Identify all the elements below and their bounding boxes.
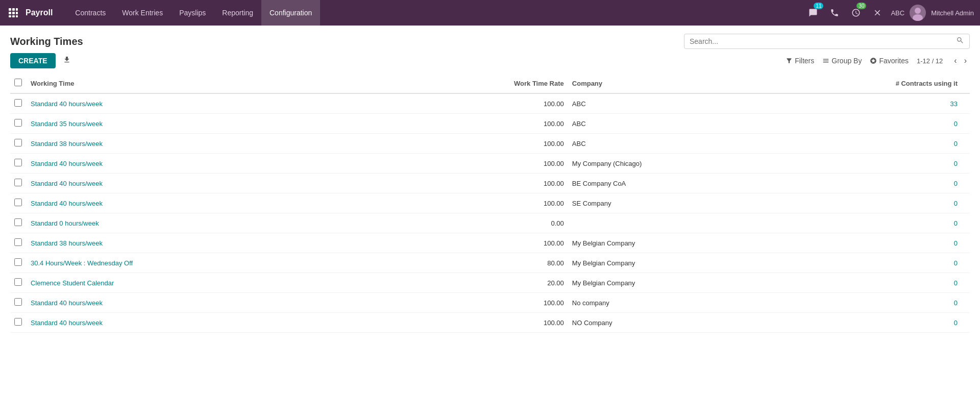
row-contracts: 0 — [888, 193, 970, 213]
table-row[interactable]: Standard 0 hours/week 0.00 0 — [10, 213, 970, 233]
row-checkbox-cell[interactable] — [10, 213, 27, 233]
messages-icon-btn[interactable]: 11 — [805, 5, 821, 21]
table-row[interactable]: 30.4 Hours/Week : Wednesday Off 80.00 My… — [10, 253, 970, 273]
row-checkbox[interactable] — [14, 199, 22, 206]
top-navigation: Payroll Contracts Work Entries Payslips … — [0, 0, 980, 26]
col-header-rate[interactable]: Work Time Rate — [507, 73, 568, 93]
svg-rect-2 — [16, 8, 18, 11]
row-rate: 100.00 — [507, 154, 568, 174]
row-contracts: 0 — [888, 134, 970, 154]
row-checkbox[interactable] — [14, 278, 22, 286]
row-rate: 100.00 — [507, 134, 568, 154]
row-checkbox-cell[interactable] — [10, 273, 27, 293]
row-checkbox-cell[interactable] — [10, 134, 27, 154]
table-row[interactable]: Standard 40 hours/week 100.00 BE Company… — [10, 174, 970, 193]
svg-rect-0 — [9, 8, 11, 11]
row-rate: 0.00 — [507, 213, 568, 233]
row-checkbox-cell[interactable] — [10, 114, 27, 134]
svg-rect-8 — [16, 15, 18, 17]
nav-work-entries[interactable]: Work Entries — [114, 0, 171, 26]
grid-menu-icon[interactable] — [6, 6, 20, 20]
groupby-button[interactable]: Group By — [822, 57, 862, 65]
row-working-time: Standard 40 hours/week — [27, 154, 507, 174]
row-rate: 20.00 — [507, 273, 568, 293]
row-checkbox-cell[interactable] — [10, 313, 27, 333]
row-checkbox[interactable] — [14, 139, 22, 146]
svg-point-10 — [913, 14, 923, 21]
username-label[interactable]: Mitchell Admin — [931, 9, 974, 17]
col-header-contracts[interactable]: # Contracts using it — [888, 73, 970, 93]
row-working-time: Standard 38 hours/week — [27, 233, 507, 253]
nav-payslips[interactable]: Payslips — [171, 0, 214, 26]
row-checkbox-cell[interactable] — [10, 233, 27, 253]
row-checkbox-cell[interactable] — [10, 174, 27, 193]
table-row[interactable]: Standard 35 hours/week 100.00 ABC 0 — [10, 114, 970, 134]
favorites-label: Favorites — [879, 57, 909, 65]
row-checkbox[interactable] — [14, 119, 22, 127]
col-header-company[interactable]: Company — [568, 73, 888, 93]
pagination-prev-button[interactable]: ‹ — [951, 55, 960, 66]
abc-label: ABC — [891, 9, 904, 17]
row-checkbox-cell[interactable] — [10, 154, 27, 174]
row-checkbox[interactable] — [14, 218, 22, 226]
table-row[interactable]: Clemence Student Calendar 20.00 My Belgi… — [10, 273, 970, 293]
select-all-checkbox[interactable] — [14, 79, 22, 86]
row-checkbox[interactable] — [14, 179, 22, 186]
table-header-row: Working Time Work Time Rate Company # Co… — [10, 73, 970, 93]
close-icon-btn[interactable] — [869, 5, 886, 21]
table-row[interactable]: Standard 38 hours/week 100.00 My Belgian… — [10, 233, 970, 253]
row-company: SE Company — [568, 193, 888, 213]
download-icon-btn[interactable] — [60, 54, 74, 68]
search-bar[interactable] — [684, 34, 970, 49]
col-header-working-time[interactable]: Working Time — [27, 73, 507, 93]
search-input[interactable] — [690, 37, 956, 45]
row-checkbox-cell[interactable] — [10, 293, 27, 313]
svg-rect-7 — [12, 15, 15, 17]
row-company: My Belgian Company — [568, 273, 888, 293]
user-avatar[interactable] — [910, 5, 926, 21]
row-company: My Company (Chicago) — [568, 154, 888, 174]
row-checkbox-cell[interactable] — [10, 93, 27, 114]
row-contracts: 0 — [888, 253, 970, 273]
nav-reporting[interactable]: Reporting — [214, 0, 261, 26]
row-contracts: 0 — [888, 114, 970, 134]
row-contracts: 0 — [888, 273, 970, 293]
pagination-next-button[interactable]: › — [961, 55, 970, 66]
table-row[interactable]: Standard 40 hours/week 100.00 My Company… — [10, 154, 970, 174]
table-row[interactable]: Standard 40 hours/week 100.00 ABC 33 — [10, 93, 970, 114]
nav-configuration[interactable]: Configuration — [261, 0, 320, 26]
row-checkbox[interactable] — [14, 159, 22, 166]
row-checkbox[interactable] — [14, 238, 22, 246]
clock-icon-btn[interactable]: 30 — [848, 5, 864, 21]
svg-point-9 — [915, 8, 921, 14]
table-row[interactable]: Standard 40 hours/week 100.00 NO Company… — [10, 313, 970, 333]
row-working-time: Clemence Student Calendar — [27, 273, 507, 293]
row-checkbox[interactable] — [14, 99, 22, 107]
filters-button[interactable]: Filters — [786, 57, 814, 65]
table-row[interactable]: Standard 40 hours/week 100.00 SE Company… — [10, 193, 970, 213]
row-working-time: Standard 35 hours/week — [27, 114, 507, 134]
row-company: No company — [568, 293, 888, 313]
row-working-time: Standard 40 hours/week — [27, 174, 507, 193]
pagination-info: 1-12 / 12 — [917, 57, 943, 65]
row-checkbox-cell[interactable] — [10, 193, 27, 213]
row-checkbox-cell[interactable] — [10, 253, 27, 273]
row-working-time: Standard 40 hours/week — [27, 293, 507, 313]
row-rate: 100.00 — [507, 313, 568, 333]
row-checkbox[interactable] — [14, 258, 22, 266]
table-row[interactable]: Standard 38 hours/week 100.00 ABC 0 — [10, 134, 970, 154]
row-contracts: 0 — [888, 154, 970, 174]
table-row[interactable]: Standard 40 hours/week 100.00 No company… — [10, 293, 970, 313]
row-checkbox[interactable] — [14, 318, 22, 326]
favorites-button[interactable]: Favorites — [870, 57, 909, 65]
nav-contracts[interactable]: Contracts — [67, 0, 114, 26]
phone-icon-btn[interactable] — [826, 5, 843, 21]
nav-menu: Contracts Work Entries Payslips Reportin… — [67, 0, 803, 26]
row-contracts: 33 — [888, 93, 970, 114]
select-all-col[interactable] — [10, 73, 27, 93]
row-rate: 100.00 — [507, 193, 568, 213]
row-rate: 100.00 — [507, 114, 568, 134]
create-button[interactable]: CREATE — [10, 53, 56, 68]
row-company: ABC — [568, 134, 888, 154]
row-checkbox[interactable] — [14, 298, 22, 306]
